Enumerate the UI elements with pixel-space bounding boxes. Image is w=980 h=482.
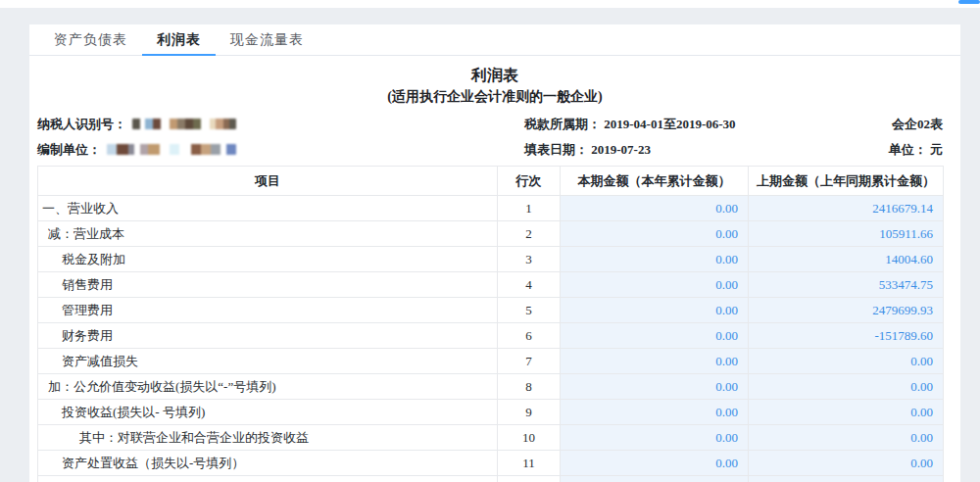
line-no-cell: 6 [498, 323, 561, 349]
line-no-cell: 9 [498, 400, 561, 425]
report-meta: 纳税人识别号： 税款所属期： 2019-04-01至2019-06-30 会企0… [29, 112, 960, 163]
income-statement-table-wrap: 项目 行次 本期金额（本年累计金额） 上期金额（上年同期累计金额） 一、营业收入… [29, 166, 960, 482]
report-subtitle: (适用执行企业会计准则的一般企业) [29, 86, 960, 108]
current-amount-cell: 0.00 [561, 400, 749, 425]
tax-period-label: 税款所属期： [524, 117, 601, 131]
meta-row-2: 编制单位： 填表日期： 2019-07-23 单位： 元 [37, 137, 943, 163]
table-row: 税金及附加30.0014004.60 [38, 247, 944, 272]
prior-amount-cell: 0.00 [749, 451, 944, 476]
current-amount-cell: 0.00 [561, 196, 749, 221]
current-amount-cell: 0.00 [561, 451, 749, 476]
current-amount-cell: 0.00 [561, 221, 749, 247]
item-cell: 资产减值损失 [38, 349, 498, 374]
redacted-taxpayer-id [132, 119, 236, 129]
prior-amount-cell: 0.00 [749, 400, 944, 425]
col-header-prior-amount: 上期金额（上年同期累计金额） [749, 167, 944, 196]
table-row: 投资收益(损失以- 号填列)90.000.00 [38, 400, 944, 425]
item-cell: 加：公允价值变动收益(损失以“-”号填列) [38, 374, 498, 400]
tab-balance-sheet[interactable]: 资产负债表 [39, 24, 142, 55]
report-title: 利润表 [29, 65, 960, 86]
current-amount-cell: 0.00 [561, 349, 749, 374]
table-row: 销售费用40.00533474.75 [38, 272, 944, 298]
unit-text: 单位： 元 [889, 137, 943, 163]
prior-amount-cell: 14004.60 [749, 247, 944, 272]
prior-amount-cell: -151789.60 [749, 323, 944, 349]
table-header-row: 项目 行次 本期金额（本年累计金额） 上期金额（上年同期累计金额） [38, 167, 944, 196]
item-cell: 一、营业收入 [38, 196, 498, 221]
current-amount-cell: 0.00 [561, 247, 749, 272]
item-cell: 管理费用 [38, 298, 498, 323]
col-header-item: 项目 [38, 167, 498, 196]
table-row: 财务费用60.00-151789.60 [38, 323, 944, 349]
top-strip [0, 0, 980, 8]
tab-bar: 资产负债表 利润表 现金流量表 [29, 24, 960, 56]
col-header-line-no: 行次 [498, 167, 561, 196]
horizontal-scrollbar-thumb[interactable] [958, 0, 980, 4]
table-row: 资产处置收益（损失以-号填列）110.000.00 [38, 451, 944, 476]
current-amount-cell: 0.00 [561, 425, 749, 451]
current-amount-cell: 0.00 [561, 374, 749, 400]
item-cell: 其中：对联营企业和合营企业的投资收益 [38, 425, 498, 451]
meta-row-1: 纳税人识别号： 税款所属期： 2019-04-01至2019-06-30 会企0… [37, 112, 943, 137]
line-no-cell: 11 [498, 451, 561, 476]
current-amount-cell: 0.00 [561, 476, 749, 482]
tab-income-statement[interactable]: 利润表 [142, 24, 216, 55]
income-statement-table: 项目 行次 本期金额（本年累计金额） 上期金额（上年同期累计金额） 一、营业收入… [37, 166, 944, 482]
line-no-cell: 12 [498, 476, 561, 482]
form-code: 会企02表 [892, 112, 943, 137]
table-row: 管理费用50.002479699.93 [38, 298, 944, 323]
item-cell: 销售费用 [38, 272, 498, 298]
prepared-by-label: 编制单位： [37, 142, 101, 157]
item-cell: 其他收益 [38, 476, 498, 482]
item-cell: 财务费用 [38, 323, 498, 349]
prior-amount-cell: 105911.66 [749, 221, 944, 247]
table-row: 加：公允价值变动收益(损失以“-”号填列)80.000.00 [38, 374, 944, 400]
line-no-cell: 2 [498, 221, 561, 247]
report-card: 资产负债表 利润表 现金流量表 利润表 (适用执行企业会计准则的一般企业) 纳税… [29, 24, 960, 482]
line-no-cell: 10 [498, 425, 561, 451]
prior-amount-cell: 2416679.14 [749, 196, 944, 221]
prior-amount-cell: 0.00 [749, 349, 944, 374]
current-amount-cell: 0.00 [561, 272, 749, 298]
line-no-cell: 5 [498, 298, 561, 323]
line-no-cell: 1 [498, 196, 561, 221]
prior-amount-cell: 0.00 [749, 425, 944, 451]
col-header-current-amount: 本期金额（本年累计金额） [561, 167, 749, 196]
taxpayer-id-label: 纳税人识别号： [37, 117, 126, 131]
prior-amount-cell: 533474.75 [749, 272, 944, 298]
table-row: 减：营业成本20.00105911.66 [38, 221, 944, 247]
line-no-cell: 3 [498, 247, 561, 272]
line-no-cell: 8 [498, 374, 561, 400]
fill-date-label: 填表日期： [524, 142, 588, 157]
current-amount-cell: 0.00 [561, 298, 749, 323]
table-row: 一、营业收入10.002416679.14 [38, 196, 944, 221]
item-cell: 税金及附加 [38, 247, 498, 272]
item-cell: 投资收益(损失以- 号填列) [38, 400, 498, 425]
tax-period-value: 2019-04-01至2019-06-30 [604, 117, 735, 131]
item-cell: 减：营业成本 [38, 221, 498, 247]
line-no-cell: 4 [498, 272, 561, 298]
redacted-prepared-by [107, 144, 236, 155]
table-row: 资产减值损失70.000.00 [38, 349, 944, 374]
prior-amount-cell: 2479699.93 [749, 298, 944, 323]
table-row: 其他收益120.000.00 [38, 476, 944, 482]
table-row: 其中：对联营企业和合营企业的投资收益100.000.00 [38, 425, 944, 451]
line-no-cell: 7 [498, 349, 561, 374]
prior-amount-cell: 0.00 [749, 374, 944, 400]
current-amount-cell: 0.00 [561, 323, 749, 349]
item-cell: 资产处置收益（损失以-号填列） [38, 451, 498, 476]
tab-cash-flow[interactable]: 现金流量表 [216, 24, 318, 55]
prior-amount-cell: 0.00 [749, 476, 944, 482]
fill-date-value: 2019-07-23 [591, 142, 651, 157]
